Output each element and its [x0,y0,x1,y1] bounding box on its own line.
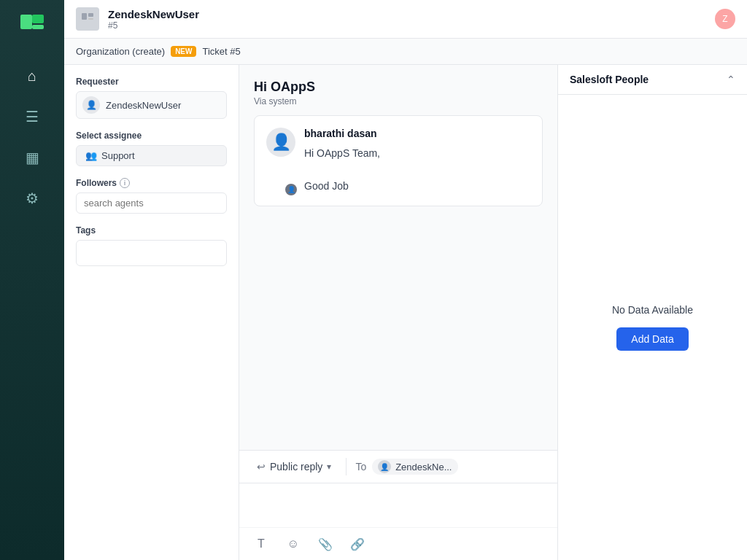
reply-to-label: To [355,461,366,472]
requester-name[interactable]: ZendeskNewUser [106,100,181,111]
format-toolbar: T ☺ 📎 🔗 [239,527,557,560]
header-username: ZendeskNewUser [108,8,199,20]
avatar-badge: 👤 [285,184,297,195]
message-avatar-wrap: 👤 👤 [266,128,295,194]
text-icon: T [258,537,265,551]
svg-rect-4 [88,13,93,17]
followers-section: Followers i [76,178,227,214]
collapse-icon[interactable]: ⌃ [727,74,735,85]
svg-rect-3 [82,13,87,20]
header-avatar [76,7,99,31]
header-user-info: ZendeskNewUser #5 [108,8,199,31]
sidebar-item-settings[interactable]: ⚙ [12,181,53,216]
user-avatar: Z [715,9,735,29]
reply-to-chip[interactable]: 👤 ZendeskNe... [372,459,457,475]
requester-label: Requester [76,77,227,87]
tags-section: Tags [76,225,227,266]
message-sender-avatar: 👤 [266,128,295,157]
reply-chevron-down-icon: ▾ [327,462,331,472]
attachment-button[interactable]: 📎 [315,534,336,554]
tickets-icon: ☰ [26,108,39,125]
reply-toolbar: ↩ Public reply ▾ To 👤 ZendeskNe... [239,451,557,483]
message-block: 👤 👤 bharathi dasan Hi OAppS Team, Good J… [254,115,543,206]
avatar-person-icon: 👤 [271,133,291,152]
sidebar: ⌂ ☰ ▦ ⚙ [0,0,64,560]
ticket-area: Requester 👤 ZendeskNewUser Select assign… [64,65,747,560]
reply-recipient-name: ZendeskNe... [395,462,452,472]
link-button[interactable]: 🔗 [347,534,368,554]
header: ZendeskNewUser #5 Z [64,0,747,39]
reply-type-label: Public reply [270,461,322,472]
svg-rect-2 [32,25,44,29]
requester-section: Requester 👤 ZendeskNewUser [76,77,227,119]
middle-panel: Hi OAppS Via system 👤 👤 bharathi dasan [239,65,557,560]
sidebar-item-tickets[interactable]: ☰ [12,99,53,134]
assignee-button[interactable]: 👥 Support [76,145,227,166]
reply-icon: ↩ [257,461,266,472]
left-panel: Requester 👤 ZendeskNewUser Select assign… [64,65,239,560]
tags-input[interactable] [76,240,227,266]
right-panel-title: Salesloft People [570,74,649,85]
user-initials: Z [722,14,727,24]
followers-info-icon[interactable]: i [120,178,130,188]
reply-recipient-avatar: 👤 [378,460,391,473]
followers-label: Followers i [76,178,227,188]
home-icon: ⌂ [28,68,36,85]
right-panel-header: Salesloft People ⌃ [558,65,747,95]
settings-icon: ⚙ [26,190,39,207]
message-title: Hi OAppS [254,79,543,95]
ticket-status-badge: NEW [171,46,196,57]
reply-area: ↩ Public reply ▾ To 👤 ZendeskNe... [239,450,557,560]
breadcrumb: Organization (create) NEW Ticket #5 [64,39,747,65]
svg-rect-0 [20,15,32,29]
message-content: bharathi dasan Hi OAppS Team, Good Job [304,128,380,194]
search-agents-input[interactable] [76,192,227,214]
message-body: Hi OAppS Team, Good Job [304,145,380,194]
assignee-value: Support [101,150,135,161]
right-panel: Salesloft People ⌃ No Data Available Add… [557,65,747,560]
message-via: Via system [254,96,543,106]
requester-field: 👤 ZendeskNewUser [76,91,227,119]
reply-type-button[interactable]: ↩ Public reply ▾ [251,458,337,475]
breadcrumb-ticket[interactable]: Ticket #5 [202,46,240,57]
no-data-text: No Data Available [612,304,693,316]
sidebar-logo [15,9,50,44]
message-text: Good Job [304,178,380,194]
assignee-section: Select assignee 👥 Support [76,131,227,166]
svg-rect-1 [32,15,44,23]
person-icon: 👤 [86,100,97,110]
attachment-icon: 📎 [318,537,333,551]
message-greeting: Hi OAppS Team, [304,145,380,161]
requester-avatar: 👤 [82,96,100,114]
analytics-icon: ▦ [26,149,39,166]
breadcrumb-organization[interactable]: Organization (create) [76,46,165,57]
right-panel-body: No Data Available Add Data [558,95,747,560]
add-data-button[interactable]: Add Data [616,327,688,351]
tags-label: Tags [76,225,227,236]
sidebar-item-analytics[interactable]: ▦ [12,140,53,175]
emoji-icon: ☺ [287,537,299,551]
link-icon: 🔗 [350,537,365,551]
group-icon: 👥 [85,150,97,161]
recipient-person-icon: 👤 [380,463,389,471]
sidebar-item-home[interactable]: ⌂ [12,58,53,93]
conversation-area: Hi OAppS Via system 👤 👤 bharathi dasan [239,65,557,450]
user-badge-icon: 👤 [287,186,295,193]
message-header: Hi OAppS Via system [254,79,543,106]
header-ticket-number: #5 [108,20,199,31]
reply-body[interactable] [239,483,557,527]
main-content: ZendeskNewUser #5 Z Organization (create… [64,0,747,560]
assignee-label: Select assignee [76,131,227,141]
emoji-button[interactable]: ☺ [283,534,303,554]
text-format-button[interactable]: T [251,534,271,554]
svg-rect-5 [88,18,93,20]
message-sender-name: bharathi dasan [304,128,380,139]
reply-divider [346,458,347,475]
